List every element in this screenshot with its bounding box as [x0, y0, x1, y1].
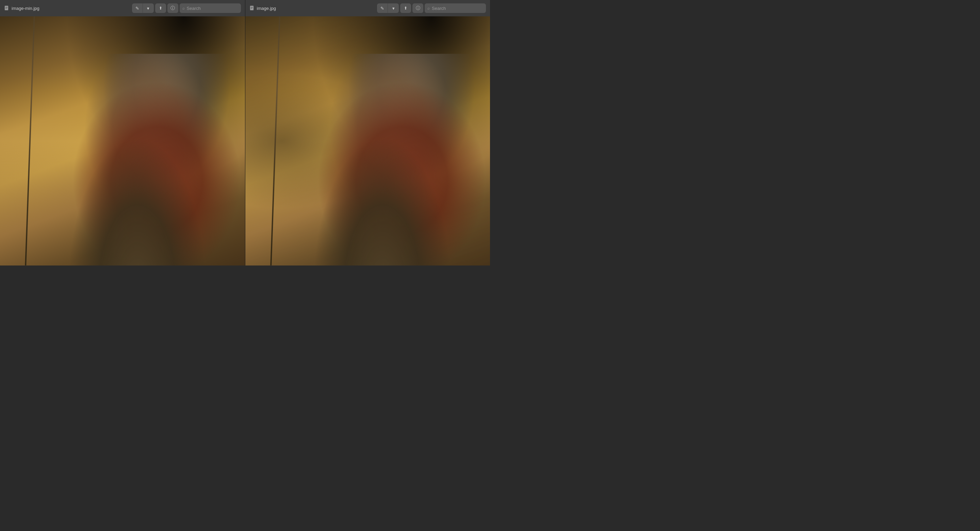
- image-area-left: [0, 16, 245, 266]
- search-icon-left: ⌕: [182, 6, 185, 11]
- image-area-right: [245, 16, 490, 266]
- info-icon-right: ⓘ: [416, 5, 420, 11]
- markup-dropdown-right[interactable]: ▾: [388, 3, 399, 13]
- pen-icon-right: ✎: [380, 6, 384, 11]
- markup-button-group-right[interactable]: ✎ ▾: [377, 3, 399, 13]
- titlebar-right: image.jpg ✎ ▾ ⬆ ⓘ ⌕: [245, 0, 490, 16]
- warrior-image-right: [245, 16, 490, 266]
- window-filename-left: image-min.jpg: [11, 6, 40, 11]
- window-right: image.jpg ✎ ▾ ⬆ ⓘ ⌕: [245, 0, 490, 266]
- toolbar-left: ✎ ▾ ⬆ ⓘ ⌕: [132, 3, 241, 13]
- chevron-down-icon-right: ▾: [392, 6, 395, 11]
- share-button-left[interactable]: ⬆: [155, 3, 166, 13]
- window-left: image-min.jpg ✎ ▾ ⬆ ⓘ ⌕: [0, 0, 245, 266]
- markup-button-left[interactable]: ✎: [132, 3, 143, 13]
- info-icon-left: ⓘ: [170, 5, 175, 11]
- share-icon-left: ⬆: [159, 6, 162, 11]
- search-box-left[interactable]: ⌕: [180, 3, 241, 13]
- info-button-right[interactable]: ⓘ: [412, 3, 423, 13]
- pen-icon-left: ✎: [135, 6, 139, 11]
- share-button-right[interactable]: ⬆: [400, 3, 411, 13]
- share-icon-right: ⬆: [404, 6, 407, 11]
- toolbar-right: ✎ ▾ ⬆ ⓘ ⌕: [377, 3, 486, 13]
- window-title-right: image.jpg: [250, 5, 276, 11]
- window-title-left: image-min.jpg: [4, 5, 40, 11]
- chevron-down-icon-left: ▾: [147, 6, 150, 11]
- search-box-right[interactable]: ⌕: [425, 3, 486, 13]
- titlebar-left: image-min.jpg ✎ ▾ ⬆ ⓘ ⌕: [0, 0, 245, 16]
- markup-button-right[interactable]: ✎: [377, 3, 388, 13]
- file-icon-right: [250, 5, 255, 11]
- search-input-right[interactable]: [432, 6, 483, 11]
- info-button-left[interactable]: ⓘ: [167, 3, 178, 13]
- markup-dropdown-left[interactable]: ▾: [143, 3, 154, 13]
- file-icon-left: [4, 5, 10, 11]
- search-input-left[interactable]: [187, 6, 238, 11]
- warrior-image-left: [0, 16, 245, 266]
- search-icon-right: ⌕: [427, 6, 430, 11]
- window-filename-right: image.jpg: [257, 6, 276, 11]
- markup-button-group-left[interactable]: ✎ ▾: [132, 3, 154, 13]
